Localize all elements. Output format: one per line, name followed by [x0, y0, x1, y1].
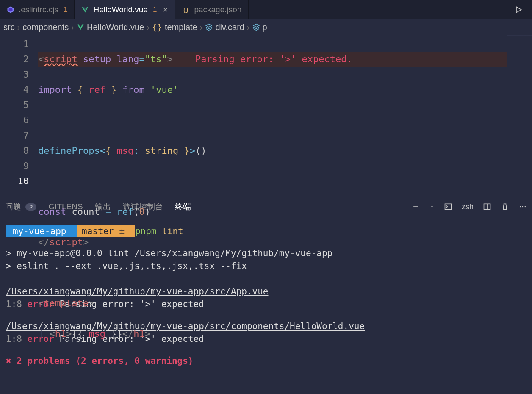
line-number: 3 [0, 67, 29, 82]
breadcrumb-label: HelloWorld.vue [87, 22, 144, 32]
line-number: 5 [0, 97, 29, 113]
json-icon: {} [182, 6, 190, 14]
code-line-10: │ <h1>{{ msg }}</h1> [38, 326, 507, 341]
more-icon[interactable] [518, 203, 527, 211]
code-line-4: defineProps<{ msg: string }>() [38, 143, 507, 158]
eslint-icon [7, 6, 14, 14]
line-number: 2 [0, 52, 29, 67]
minimap[interactable] [507, 35, 532, 196]
svg-point-6 [520, 206, 521, 208]
code-line-8 [38, 265, 507, 280]
tabs-spacer [249, 0, 505, 19]
close-icon[interactable]: ✕ [163, 6, 168, 14]
chevron-right-icon: › [200, 22, 203, 32]
dirty-indicator: 1 [153, 6, 157, 14]
breadcrumb-template[interactable]: {} template [152, 22, 197, 32]
panel-tab-label: 问题 [5, 201, 21, 212]
chevron-right-icon: › [247, 22, 250, 32]
chevron-right-icon: › [71, 22, 74, 32]
panel-tab-problems[interactable]: 问题 2 [5, 201, 36, 212]
inline-error: Parsing error: '>' expected. [195, 54, 352, 64]
tab-label: HelloWorld.vue [93, 5, 147, 14]
dirty-indicator: 1 [64, 6, 67, 14]
element-icon [205, 23, 213, 31]
svg-text:{}: {} [183, 7, 189, 13]
tab-packagejson[interactable]: {} package.json [175, 0, 249, 19]
breadcrumb-src[interactable]: src [3, 22, 15, 32]
line-number: 9 [0, 158, 29, 174]
tab-label: package.json [194, 5, 241, 14]
breadcrumb-p[interactable]: p [252, 22, 267, 32]
breadcrumb-components[interactable]: components [22, 22, 69, 32]
line-number: 10 [0, 174, 29, 189]
vue-icon [81, 6, 89, 14]
tab-eslintrc[interactable]: .eslintrc.cjs 1 [0, 0, 75, 19]
tab-label: .eslintrc.cjs [19, 5, 58, 14]
line-number: 7 [0, 128, 29, 143]
breadcrumb-label: template [165, 22, 197, 32]
code-line-7: </script> [38, 235, 507, 250]
svg-point-7 [522, 206, 524, 208]
element-icon [252, 23, 260, 31]
code-line-2: import { ref } from 'vue' [38, 82, 507, 97]
chevron-right-icon: › [147, 22, 150, 32]
breadcrumb-label: div.card [215, 22, 244, 32]
breadcrumb-file[interactable]: HelloWorld.vue [77, 22, 144, 32]
problems-count-badge: 2 [25, 203, 36, 211]
svg-point-8 [525, 206, 526, 208]
line-number: 8 [0, 143, 29, 158]
code-line-1: <script setup lang="ts"> Parsing error: … [38, 52, 507, 67]
breadcrumb: src › components › HelloWorld.vue › {} t… [0, 19, 532, 35]
code-content[interactable]: <script setup lang="ts"> Parsing error: … [38, 35, 507, 196]
code-editor[interactable]: 1 2 3 4 5 6 7 8 9 10 <script setup lang=… [0, 35, 532, 196]
code-line-5 [38, 174, 507, 189]
vue-icon [77, 23, 84, 31]
code-line-6: const count = ref(0) [38, 204, 507, 219]
tab-helloworld[interactable]: HelloWorld.vue 1 ✕ [75, 0, 175, 19]
line-gutter: 1 2 3 4 5 6 7 8 9 10 [0, 35, 38, 196]
line-number: 1 [0, 36, 29, 52]
editor-tabs-bar: .eslintrc.cjs 1 HelloWorld.vue 1 ✕ {} pa… [0, 0, 532, 19]
code-line-3 [38, 113, 507, 128]
line-number: 4 [0, 82, 29, 97]
chevron-right-icon: › [17, 22, 20, 32]
run-icon[interactable] [505, 0, 532, 19]
line-number: 6 [0, 113, 29, 128]
breadcrumb-div[interactable]: div.card [205, 22, 244, 32]
code-line-9: <template> [38, 296, 507, 311]
breadcrumb-label: p [263, 22, 267, 32]
